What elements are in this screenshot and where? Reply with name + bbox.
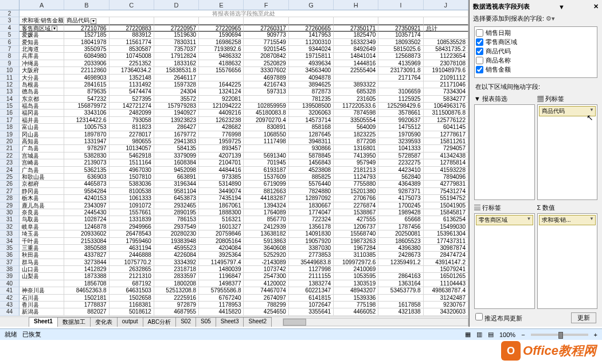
cell[interactable]: 35449683.8 [289, 259, 334, 266]
cell[interactable] [334, 17, 378, 24]
cell[interactable]: 1700245 [378, 202, 423, 209]
cell[interactable]: 20805164 [199, 238, 244, 245]
cell[interactable]: 2937549 [154, 224, 199, 230]
cell[interactable]: 427555 [334, 216, 378, 223]
cell[interactable]: 石川县 [19, 295, 64, 302]
cell[interactable]: 11495797.4 [199, 259, 244, 266]
columns-area[interactable]: 商品代码 ↖ [537, 104, 598, 200]
cell[interactable]: 12778617 [424, 131, 468, 138]
row-header[interactable]: 5 [0, 32, 19, 38]
row-header[interactable]: 12 [0, 81, 19, 88]
cell[interactable]: 20933602 [64, 230, 109, 237]
sheet-tab[interactable]: Sheet2 [243, 317, 272, 327]
cell[interactable]: 9581104 [154, 188, 199, 195]
cell[interactable]: 191048979.6 [424, 67, 468, 74]
cell[interactable]: 千叶县 [19, 238, 64, 245]
cell[interactable]: 5728587 [378, 152, 423, 159]
cell[interactable]: 1856708 [64, 280, 109, 287]
cell[interactable]: 584135 [154, 145, 199, 152]
cell[interactable]: 1764089 [244, 209, 288, 216]
cell[interactable]: 7894096 [424, 174, 468, 181]
cell[interactable]: 2276874 [334, 202, 378, 209]
cell[interactable]: 27260665 [289, 25, 334, 32]
cell[interactable]: 28474724 [424, 252, 468, 259]
cell[interactable]: 15201380 [334, 188, 378, 195]
row-header[interactable]: 29 [0, 202, 19, 209]
cell[interactable]: 4409216 [199, 109, 244, 116]
cell[interactable]: 福冈县 [19, 109, 64, 116]
cell[interactable]: 1601327 [199, 224, 244, 230]
field-item[interactable]: 商品代码 [476, 46, 596, 56]
cell[interactable]: 793058 [110, 117, 154, 124]
values-area[interactable]: 求和项:销... [537, 213, 598, 309]
cell[interactable]: 34563400 [289, 67, 334, 74]
column-header[interactable]: E [199, 0, 244, 10]
row-header[interactable]: 18 [0, 124, 19, 131]
cell[interactable]: 1475512 [378, 124, 423, 131]
cell[interactable]: 3640608 [244, 245, 288, 252]
cell[interactable]: 4396380 [378, 245, 423, 252]
cell[interactable]: 877208 [334, 138, 378, 145]
cell[interactable]: 562840 [378, 174, 423, 181]
cell[interactable]: 1830667 [289, 202, 334, 209]
cell[interactable]: 1383274 [289, 280, 334, 287]
cell[interactable]: 19715811 [289, 53, 334, 60]
cell[interactable]: 108535528 [424, 39, 468, 46]
zoom-slider[interactable] [531, 334, 588, 336]
cell[interactable]: 2949966 [110, 224, 154, 230]
cell[interactable]: 总计 [424, 25, 468, 32]
row-header[interactable]: 13 [0, 88, 19, 95]
row-header[interactable]: 10 [0, 67, 19, 74]
cell[interactable]: 2482099 [110, 109, 154, 116]
field-checkbox[interactable] [476, 66, 483, 73]
cell[interactable]: 4697889 [244, 75, 288, 81]
cell[interactable]: 20280230 [154, 230, 199, 237]
cell[interactable]: 1303519 [334, 280, 378, 287]
cell[interactable]: 980655 [110, 138, 154, 145]
cell[interactable]: 1825470 [334, 32, 378, 38]
cell[interactable]: 4240153 [64, 195, 109, 202]
cell[interactable]: 10134057 [110, 145, 154, 152]
cell[interactable]: 7413950 [334, 152, 378, 159]
cell[interactable]: 6719099 [244, 181, 288, 187]
cell[interactable]: 2111155 [289, 273, 334, 280]
cell[interactable]: 27350171 [334, 25, 378, 32]
cell[interactable]: 宫城县 [19, 152, 64, 159]
cell[interactable]: 1989428 [378, 209, 423, 216]
cell[interactable]: 山梨县 [19, 273, 64, 280]
cell[interactable]: 12568873 [378, 53, 423, 60]
cell[interactable]: 5462918 [110, 152, 154, 159]
field-checkbox[interactable] [476, 57, 483, 64]
cell[interactable]: 547232 [64, 96, 109, 103]
row-header[interactable]: 34 [0, 238, 19, 245]
cell[interactable]: 1590694 [199, 32, 244, 38]
cell[interactable]: 11104443 [424, 280, 468, 287]
cell[interactable]: 1316801 [334, 145, 378, 152]
cell[interactable]: 788299 [244, 302, 288, 308]
cell[interactable]: 1061333 [110, 195, 154, 202]
cell[interactable]: 3379099 [154, 152, 199, 159]
cell[interactable]: 1287645 [289, 131, 334, 138]
cell[interactable] [19, 280, 64, 287]
cell[interactable]: 6084980 [64, 53, 109, 60]
cell[interactable]: 1168381 [110, 302, 154, 308]
cell[interactable] [244, 145, 288, 152]
cell[interactable]: 687192 [110, 280, 154, 287]
cell[interactable]: 1557661 [110, 209, 154, 216]
cell[interactable]: 5018612 [110, 308, 154, 315]
cell[interactable]: 15041905 [424, 202, 468, 209]
cell[interactable]: 27220965 [199, 25, 244, 32]
row-header[interactable]: 27 [0, 188, 19, 195]
field-checkbox[interactable] [476, 48, 483, 55]
cell[interactable]: 14841014 [334, 53, 378, 60]
cell[interactable]: 19057920 [289, 238, 334, 245]
zoom-out-icon[interactable]: − [521, 331, 525, 338]
cell[interactable]: 26478543 [110, 230, 154, 237]
cell[interactable]: 2225916 [154, 295, 199, 302]
cell[interactable]: 6453873 [154, 195, 199, 202]
cell[interactable]: 3578661 [378, 109, 423, 116]
values-chip[interactable]: 求和项:销... [539, 215, 596, 225]
cell[interactable] [110, 17, 154, 24]
cell[interactable]: 商品代码▾ [64, 17, 109, 24]
cell[interactable]: 4465873 [64, 181, 109, 187]
